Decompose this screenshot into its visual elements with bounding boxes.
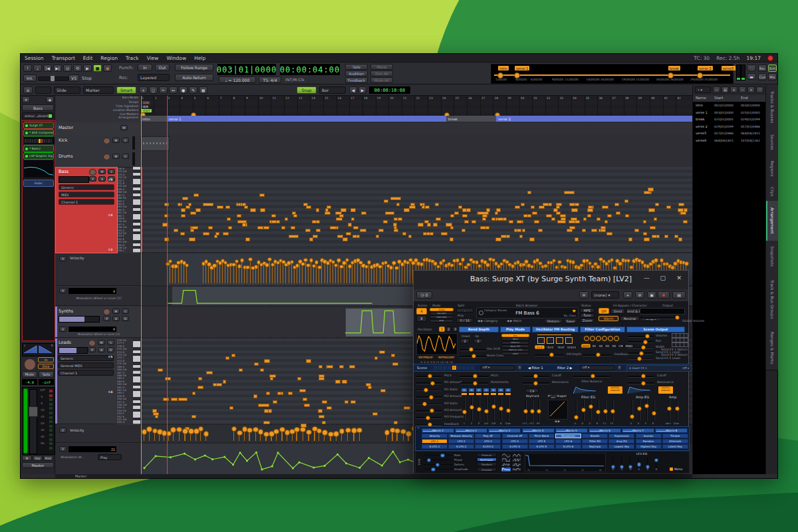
filter2-type-combo[interactable]: Off ▾ — [580, 365, 614, 370]
filter1-cutoff-handle[interactable] — [533, 374, 538, 378]
snap-toggle-button[interactable]: Snap — [297, 86, 317, 94]
midi-note[interactable] — [339, 214, 344, 217]
mixer-solo-led[interactable] — [469, 393, 474, 395]
midi-note[interactable] — [652, 235, 657, 238]
midi-note[interactable] — [372, 412, 378, 416]
midi-note[interactable] — [509, 220, 513, 223]
transport-metronome-button[interactable]: ♩ — [33, 65, 42, 72]
mixer-solo-led[interactable] — [491, 393, 496, 395]
table-row[interactable]: verse5057|01|0486064|04|1815 — [693, 132, 766, 138]
velocity-dot[interactable] — [339, 428, 345, 434]
track-header[interactable]: X21Modulation W…Play — [55, 444, 140, 475]
waveshaper-display[interactable] — [548, 400, 568, 420]
modsrc2-filter-eg[interactable]: Filter EG — [582, 439, 608, 444]
editor-list-icon[interactable]: ≡ — [23, 86, 33, 94]
modsrc1-pitch-bend[interactable]: Pitch Bend — [529, 434, 555, 438]
leads-mute-button[interactable]: M — [98, 340, 105, 345]
midi-note[interactable] — [316, 229, 321, 232]
macro-2[interactable]: Macro 2 — [455, 428, 487, 433]
fit-button[interactable]: ⛶ — [756, 86, 763, 93]
midi-note[interactable] — [376, 235, 379, 238]
strip-menu-icon[interactable]: ≡ — [22, 96, 30, 103]
midi-note[interactable] — [538, 229, 543, 232]
edit-mode-combo[interactable]: Slide — [54, 86, 80, 94]
arrangement-section-intro[interactable]: intro — [140, 116, 170, 122]
midi-note[interactable] — [604, 220, 608, 223]
menu-edit[interactable]: Edit — [79, 55, 97, 62]
keytrack-2-handle[interactable] — [537, 409, 541, 414]
midi-note[interactable] — [501, 235, 507, 238]
midi-note[interactable] — [564, 191, 575, 194]
midi-note[interactable] — [225, 205, 230, 209]
modsrc2-lfo-4[interactable]: LFO 4 — [502, 439, 528, 444]
velocity-dot[interactable] — [394, 428, 400, 434]
lfo-rate-handle[interactable] — [440, 454, 444, 458]
fcfg-d1[interactable]: D1 — [604, 344, 610, 348]
velocity-dot[interactable] — [247, 428, 253, 434]
transport-record-button[interactable]: ● — [103, 65, 112, 72]
midi-note[interactable] — [165, 377, 171, 380]
right-tab-clips[interactable]: Clips — [766, 182, 778, 201]
velocity-stem[interactable] — [225, 262, 225, 283]
transport-goto-end-button[interactable]: ▶| — [53, 65, 62, 72]
midi-note[interactable] — [327, 406, 332, 410]
midi-note[interactable] — [532, 211, 537, 215]
right-tab-regions[interactable]: Regions — [766, 156, 778, 183]
velocity-dot[interactable] — [322, 430, 328, 436]
menu-help[interactable]: Help — [190, 55, 209, 62]
midi-note[interactable] — [196, 208, 201, 211]
midi-note[interactable] — [305, 229, 311, 232]
velocity-stem[interactable] — [325, 261, 325, 283]
osc-param-6-handle[interactable] — [426, 416, 430, 420]
mixer-solo-led[interactable] — [462, 393, 467, 395]
midi-note[interactable] — [353, 226, 358, 229]
midi-note[interactable] — [391, 354, 395, 357]
layout-icon[interactable]: ⬚ — [747, 65, 756, 71]
track-name-leads[interactable]: Leads — [59, 340, 71, 345]
midi-note[interactable] — [225, 356, 229, 360]
velocity-stem[interactable] — [346, 259, 347, 283]
velocity-dot[interactable] — [300, 427, 306, 433]
window-close-button[interactable]: ✕ — [676, 275, 682, 281]
tool-range-button[interactable]: ◻ — [149, 86, 158, 94]
arrangement-section-break[interactable]: break — [446, 116, 499, 122]
midi-note[interactable] — [380, 389, 386, 392]
osc-param-4-handle[interactable] — [422, 402, 427, 406]
lfo-rate-track[interactable] — [424, 455, 453, 456]
fm-route-321[interactable]: 3>2>1 — [567, 345, 577, 349]
varispeed-button[interactable]: VS — [68, 74, 79, 82]
midi-note[interactable] — [264, 359, 271, 362]
velocity-dot[interactable] — [182, 428, 188, 434]
keytrack-1-handle[interactable] — [530, 409, 535, 414]
velocity-stem[interactable] — [269, 259, 270, 283]
fader-track[interactable] — [29, 389, 37, 454]
primary-clock[interactable]: 003|01|0000 — [217, 64, 276, 75]
midi-note[interactable] — [178, 398, 188, 401]
drums-mute-button[interactable]: M — [112, 154, 120, 159]
synths-mod-close[interactable]: X — [59, 327, 66, 332]
strip-eye-icon[interactable]: ◉ — [46, 96, 54, 103]
midi-note[interactable] — [276, 220, 280, 223]
fm-route-31[interactable]: 3>1 — [545, 345, 555, 349]
leads-playlist-button[interactable]: P — [88, 347, 96, 352]
lfo-trigger-random[interactable]: Random — [477, 462, 497, 466]
track-header[interactable]: KickMS — [55, 135, 140, 152]
midi-note[interactable] — [231, 354, 235, 357]
right-tab-track-bus-groups[interactable]: Track & Bus Groups — [766, 273, 778, 327]
synths-group-button[interactable]: G — [122, 316, 129, 321]
piano-key[interactable] — [133, 420, 140, 424]
velocity-stem[interactable] — [330, 260, 331, 283]
record-arm-button[interactable] — [103, 309, 110, 315]
strip-output-button[interactable]: Master — [22, 462, 54, 468]
mode-chan-split[interactable]: Chan Split — [430, 315, 454, 319]
tool-object-button[interactable]: + — [139, 86, 148, 94]
velocity-stem[interactable] — [217, 261, 217, 283]
right-tab-tracks-busses[interactable]: Tracks & Busses — [766, 85, 778, 130]
midi-note[interactable] — [650, 226, 656, 229]
lfo-display[interactable]: 0s1s2s3s4s — [525, 453, 606, 472]
midi-note[interactable] — [318, 409, 322, 412]
midi-note[interactable] — [291, 226, 295, 229]
midi-note[interactable] — [158, 368, 163, 372]
midi-note[interactable] — [471, 220, 475, 223]
leads-mod-value[interactable]: 21 — [68, 446, 116, 452]
